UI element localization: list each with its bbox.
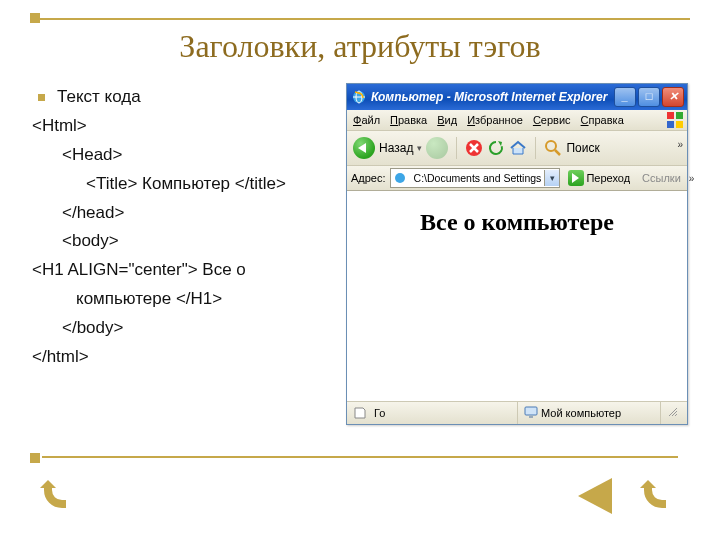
- menu-help[interactable]: Справка: [581, 114, 624, 126]
- ie-status-icon: [353, 406, 367, 420]
- resize-grip-icon[interactable]: [667, 406, 679, 420]
- svg-rect-9: [525, 407, 537, 415]
- home-icon[interactable]: [509, 139, 527, 157]
- statusbar: Го Мой компьютер: [347, 401, 687, 424]
- status-left-text: Го: [374, 407, 385, 419]
- svg-point-8: [395, 173, 405, 183]
- svg-rect-5: [676, 121, 683, 128]
- ie-page-icon: [393, 171, 407, 185]
- code-line: компьютере </H1>: [76, 285, 336, 314]
- chevron-down-icon[interactable]: ▾: [417, 143, 422, 153]
- menu-tools[interactable]: Сервис: [533, 114, 571, 126]
- go-arrow-icon: [568, 170, 584, 186]
- close-button[interactable]: ✕: [662, 87, 684, 107]
- corner-decoration: [30, 453, 40, 463]
- status-zone-text: Мой компьютер: [541, 407, 621, 419]
- forward-icon: [426, 137, 448, 159]
- nav-previous-button[interactable]: [576, 478, 612, 514]
- menubar: Файл Правка Вид Избранное Сервис Справка: [347, 110, 687, 131]
- go-label: Переход: [586, 172, 630, 184]
- window-title: Компьютер - Microsoft Internet Explorer: [371, 90, 607, 104]
- page-content: Все о компьютере: [347, 191, 687, 405]
- address-input[interactable]: C:\Documents and Settings ▾: [390, 168, 561, 188]
- address-dropdown-icon[interactable]: ▾: [544, 170, 559, 186]
- toolbar: Назад ▾: [347, 131, 687, 166]
- top-rule: [30, 18, 690, 20]
- corner-decoration: [30, 13, 40, 23]
- slide-title: Заголовки, атрибуты тэгов: [18, 28, 702, 65]
- address-label: Адрес:: [351, 172, 386, 184]
- nav-return-button[interactable]: [36, 478, 72, 514]
- search-button-label[interactable]: Поиск: [566, 141, 599, 155]
- svg-point-7: [546, 141, 556, 151]
- minimize-button[interactable]: _: [614, 87, 636, 107]
- code-heading: Текст кода: [57, 83, 141, 112]
- browser-window: Компьютер - Microsoft Internet Explorer …: [346, 83, 688, 425]
- code-line: <Head>: [62, 141, 336, 170]
- menu-favorites[interactable]: Избранное: [467, 114, 523, 126]
- code-line: </body>: [62, 314, 336, 343]
- address-bar: Адрес: C:\Documents and Settings ▾ Перех…: [347, 166, 687, 191]
- code-line: <Html>: [32, 112, 336, 141]
- code-line: </head>: [62, 199, 336, 228]
- svg-rect-2: [667, 112, 674, 119]
- nav-return-button[interactable]: [636, 478, 672, 514]
- search-icon[interactable]: [544, 139, 562, 157]
- back-button-label[interactable]: Назад: [379, 141, 413, 155]
- links-overflow-icon[interactable]: »: [689, 173, 695, 184]
- menu-view[interactable]: Вид: [437, 114, 457, 126]
- address-value: C:\Documents and Settings: [414, 172, 542, 184]
- svg-rect-10: [529, 416, 533, 418]
- stop-icon[interactable]: [465, 139, 483, 157]
- page-h1: Все о компьютере: [347, 209, 687, 236]
- menu-edit[interactable]: Правка: [390, 114, 427, 126]
- back-icon[interactable]: [353, 137, 375, 159]
- toolbar-divider: [535, 137, 536, 159]
- bottom-rule: [42, 456, 678, 458]
- code-line: <body>: [62, 227, 336, 256]
- code-column: Текст кода <Html> <Head> <Title> Компьют…: [32, 83, 336, 425]
- svg-rect-3: [676, 112, 683, 119]
- code-line: <H1 ALIGN="center"> Все о: [32, 256, 336, 285]
- toolbar-overflow-icon[interactable]: »: [677, 139, 683, 150]
- ie-logo-icon: [351, 89, 367, 105]
- window-titlebar: Компьютер - Microsoft Internet Explorer …: [347, 84, 687, 110]
- windows-flag-icon: [666, 111, 684, 129]
- bullet-icon: [38, 94, 45, 101]
- go-button[interactable]: Переход: [564, 169, 634, 187]
- menu-file[interactable]: Файл: [353, 114, 380, 126]
- toolbar-divider: [456, 137, 457, 159]
- refresh-icon[interactable]: [487, 139, 505, 157]
- svg-rect-4: [667, 121, 674, 128]
- code-line: <Title> Компьютер </title>: [86, 170, 336, 199]
- maximize-button[interactable]: □: [638, 87, 660, 107]
- computer-icon: [524, 405, 538, 421]
- links-button[interactable]: Ссылки: [638, 172, 685, 184]
- code-line: </html>: [32, 343, 336, 372]
